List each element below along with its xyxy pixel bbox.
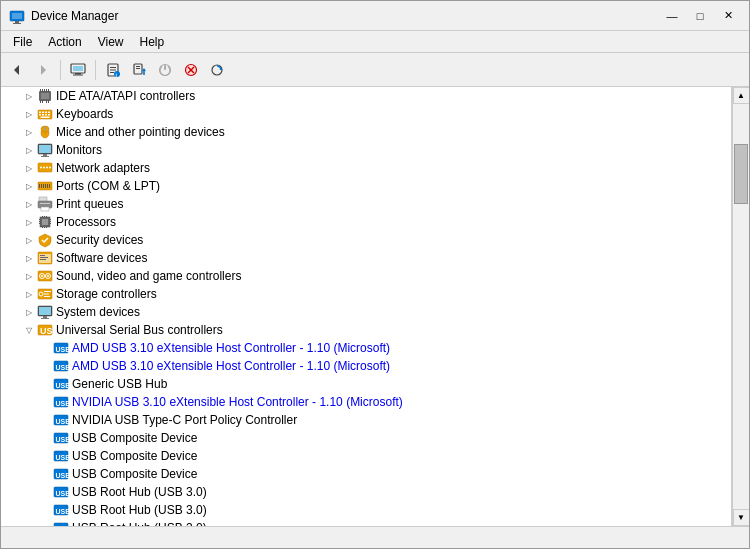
menu-action[interactable]: Action [40, 33, 89, 51]
icon-generic-hub: USB [53, 376, 69, 392]
icon-system [37, 304, 53, 320]
device-tree[interactable]: ▷ IDE ATA [1, 87, 732, 526]
expander-proc[interactable]: ▷ [21, 213, 37, 231]
tree-label-generic-hub: Generic USB Hub [72, 377, 167, 391]
uninstall-button[interactable] [179, 58, 203, 82]
content-area: ▷ IDE ATA [1, 87, 749, 526]
svg-rect-54 [39, 145, 51, 153]
menu-view[interactable]: View [90, 33, 132, 51]
expander-mice[interactable]: ▷ [21, 123, 37, 141]
scroll-thumb[interactable] [734, 144, 748, 204]
tree-item-security[interactable]: ▷ Security devices [1, 231, 731, 249]
tree-label-amd2: AMD USB 3.10 eXtensible Host Controller … [72, 359, 390, 373]
tree-item-storage[interactable]: ▷ Storage controllers [1, 285, 731, 303]
vertical-scrollbar[interactable]: ▲ ▼ [732, 87, 749, 526]
tree-item-network[interactable]: ▷ Network adapters [1, 159, 731, 177]
expander-security[interactable]: ▷ [21, 231, 37, 249]
tree-label-mice: Mice and other pointing devices [56, 125, 225, 139]
tree-item-usb-ctrl[interactable]: ▽ USB Universal Serial Bus controllers [1, 321, 731, 339]
tree-item-system[interactable]: ▷ System devices [1, 303, 731, 321]
tree-item-monitors[interactable]: ▷ Monitors [1, 141, 731, 159]
tree-label-keyboards: Keyboards [56, 107, 113, 121]
tree-item-keyboards[interactable]: ▷ Keyboards [1, 105, 731, 123]
svg-rect-76 [39, 221, 40, 222]
tree-item-generic-hub[interactable]: ▷ USB Generic USB Hub [1, 375, 731, 393]
tree-item-usb-root3[interactable]: ▷ USB USB Root Hub (USB 3.0) [1, 519, 731, 526]
svg-rect-101 [44, 296, 50, 297]
tree-item-nvidia2[interactable]: ▷ USB NVIDIA USB Type-C Port Policy Cont… [1, 411, 731, 429]
expander-storage[interactable]: ▷ [21, 285, 37, 303]
icon-monitors [37, 142, 53, 158]
svg-marker-19 [142, 68, 146, 71]
toolbar-sep-2 [95, 60, 96, 80]
back-button[interactable] [5, 58, 29, 82]
menu-help[interactable]: Help [132, 33, 173, 51]
svg-marker-4 [14, 65, 19, 75]
icon-usb-root1: USB [53, 484, 69, 500]
svg-rect-99 [44, 291, 51, 292]
expander-keyboards[interactable]: ▷ [21, 105, 37, 123]
update-driver-button[interactable] [127, 58, 151, 82]
toolbar-sep-1 [60, 60, 61, 80]
expander-usb-ctrl[interactable]: ▽ [21, 321, 37, 339]
svg-rect-74 [42, 219, 48, 225]
svg-point-96 [47, 275, 49, 277]
svg-rect-7 [73, 66, 83, 71]
scan-button[interactable] [205, 58, 229, 82]
svg-rect-43 [48, 112, 50, 114]
enable-button[interactable] [153, 58, 177, 82]
maximize-button[interactable]: □ [687, 6, 713, 26]
svg-rect-52 [44, 127, 46, 130]
svg-rect-67 [47, 184, 48, 188]
tree-item-usb-root2[interactable]: ▷ USB USB Root Hub (USB 3.0) [1, 501, 731, 519]
tree-item-software[interactable]: ▷ Software devices [1, 249, 731, 267]
scroll-up-arrow[interactable]: ▲ [733, 87, 750, 104]
svg-text:USB: USB [56, 418, 70, 425]
app-icon [9, 8, 25, 24]
tree-item-sound[interactable]: ▷ Sound, video and game controllers [1, 267, 731, 285]
svg-rect-3 [13, 23, 21, 24]
svg-rect-82 [44, 216, 45, 217]
tree-item-amd2[interactable]: ▷ USB AMD USB 3.10 eXtensible Host Contr… [1, 357, 731, 375]
tree-item-nvidia1[interactable]: ▷ USB NVIDIA USB 3.10 eXtensible Host Co… [1, 393, 731, 411]
scroll-track[interactable] [733, 104, 749, 509]
svg-text:USB: USB [56, 346, 70, 353]
expander-sound[interactable]: ▷ [21, 267, 37, 285]
expander-ports[interactable]: ▷ [21, 177, 37, 195]
tree-item-ide[interactable]: ▷ IDE ATA [1, 87, 731, 105]
tree-item-usb-comp3[interactable]: ▷ USB USB Composite Device [1, 465, 731, 483]
expander-monitors[interactable]: ▷ [21, 141, 37, 159]
scroll-down-arrow[interactable]: ▼ [733, 509, 750, 526]
minimize-button[interactable]: — [659, 6, 685, 26]
menu-file[interactable]: File [5, 33, 40, 51]
expander-software[interactable]: ▷ [21, 249, 37, 267]
icon-network [37, 160, 53, 176]
tree-item-printq[interactable]: ▷ Print queues [1, 195, 731, 213]
svg-rect-75 [39, 219, 40, 220]
tree-item-ports[interactable]: ▷ Ports (COM & LPT) [1, 177, 731, 195]
window-controls: — □ ✕ [659, 6, 741, 26]
properties-button[interactable]: i [101, 58, 125, 82]
computer-button[interactable] [66, 58, 90, 82]
svg-rect-38 [48, 100, 49, 103]
svg-rect-17 [136, 66, 140, 67]
svg-rect-44 [39, 114, 41, 116]
svg-text:USB: USB [56, 436, 70, 443]
tree-item-proc[interactable]: ▷ [1, 213, 731, 231]
tree-item-amd1[interactable]: ▷ USB AMD USB 3.10 eXtensible Host Contr… [1, 339, 731, 357]
expander-system[interactable]: ▷ [21, 303, 37, 321]
tree-item-usb-comp1[interactable]: ▷ USB USB Composite Device [1, 429, 731, 447]
svg-rect-72 [41, 207, 49, 211]
tree-item-usb-comp2[interactable]: ▷ USB USB Composite Device [1, 447, 731, 465]
forward-button[interactable] [31, 58, 55, 82]
svg-rect-86 [46, 227, 47, 228]
close-button[interactable]: ✕ [715, 6, 741, 26]
expander-printq[interactable]: ▷ [21, 195, 37, 213]
svg-rect-64 [41, 184, 42, 188]
expander-network[interactable]: ▷ [21, 159, 37, 177]
svg-point-61 [49, 167, 51, 169]
tree-item-mice[interactable]: ▷ Mice and other pointing devices [1, 123, 731, 141]
tree-item-usb-root1[interactable]: ▷ USB USB Root Hub (USB 3.0) [1, 483, 731, 501]
svg-rect-37 [46, 100, 47, 103]
expander-ide[interactable]: ▷ [21, 87, 37, 105]
